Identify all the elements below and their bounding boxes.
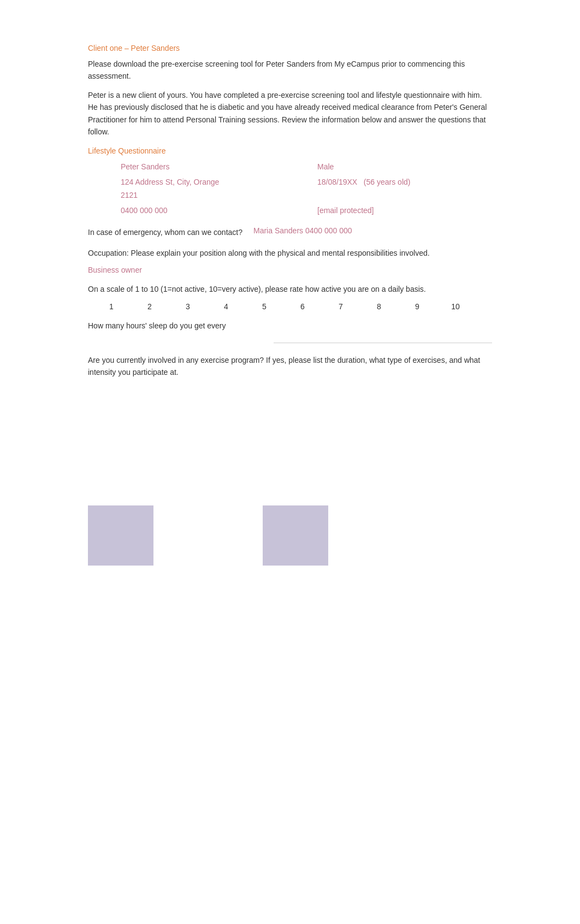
image-placeholder-left [88, 505, 153, 566]
bottom-images [88, 505, 492, 566]
scale-7: 7 [322, 302, 360, 311]
page-content: Client one – Peter Sanders Please downlo… [44, 0, 536, 609]
emergency-value: Maria Sanders 0400 000 000 [253, 226, 352, 235]
activity-scale: 1 2 3 4 5 6 7 8 9 10 [92, 302, 492, 311]
client-phone: 0400 000 000 [121, 204, 295, 217]
scale-10: 10 [436, 302, 475, 311]
activity-section: On a scale of 1 to 10 (1=not active, 10=… [88, 283, 492, 310]
emergency-label: In case of emergency, whom can we contac… [88, 226, 242, 238]
exercise-answer-area [88, 385, 492, 462]
scale-2: 2 [131, 302, 169, 311]
client-name: Peter Sanders [121, 161, 295, 174]
occupation-answer: Business owner [88, 266, 492, 274]
client-address: 124 Address St, City, Orange 2121 [121, 176, 295, 202]
scale-1: 1 [92, 302, 131, 311]
exercise-section: Are you currently involved in any exerci… [88, 354, 492, 462]
scale-8: 8 [360, 302, 398, 311]
scale-6: 6 [283, 302, 322, 311]
exercise-question: Are you currently involved in any exerci… [88, 354, 492, 379]
lifestyle-section: Lifestyle Questionnaire Peter Sanders Ma… [88, 146, 492, 217]
sleep-question: How many hours' sleep do you get every [88, 320, 492, 332]
sleep-divider [274, 343, 492, 343]
occupation-question: Occupation: Please explain your position… [88, 247, 492, 259]
client-info-grid: Peter Sanders Male 124 Address St, City,… [121, 161, 492, 217]
client-email: [email protected] [317, 204, 492, 217]
activity-question: On a scale of 1 to 10 (1=not active, 10=… [88, 283, 492, 295]
emergency-contact-row: In case of emergency, whom can we contac… [88, 226, 492, 238]
scale-3: 3 [169, 302, 207, 311]
lifestyle-label: Lifestyle Questionnaire [88, 146, 492, 155]
scale-4: 4 [207, 302, 245, 311]
intro-para1: Please download the pre-exercise screeni… [88, 58, 492, 83]
client-title: Client one – Peter Sanders [88, 44, 492, 52]
intro-para2: Peter is a new client of yours. You have… [88, 89, 492, 138]
scale-9: 9 [398, 302, 436, 311]
image-placeholder-right [263, 505, 328, 566]
scale-5: 5 [245, 302, 283, 311]
client-dob: 18/08/19XX (56 years old) [317, 176, 492, 202]
sleep-section: How many hours' sleep do you get every [88, 320, 492, 343]
occupation-section: Occupation: Please explain your position… [88, 247, 492, 274]
client-gender: Male [317, 161, 492, 174]
